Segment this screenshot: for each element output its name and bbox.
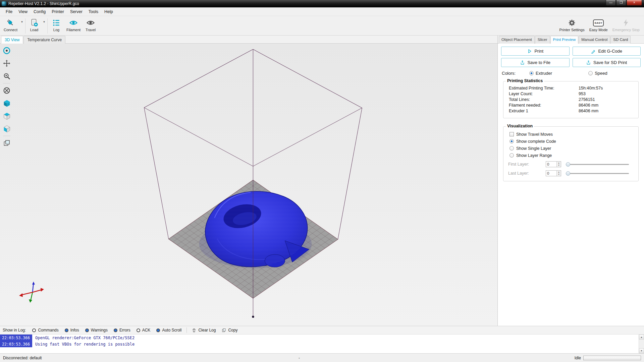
move-view-icon[interactable] xyxy=(2,58,12,68)
menu-item-server[interactable]: Server xyxy=(67,8,86,15)
printer-settings-button[interactable]: Printer Settings xyxy=(557,17,587,35)
scroll-up-icon[interactable]: ▲ xyxy=(639,335,644,340)
edit-gcode-button[interactable]: Edit G-Code xyxy=(573,47,641,56)
maximize-button[interactable]: ❐ xyxy=(616,0,626,6)
toggle-warnings[interactable]: Warnings xyxy=(82,327,111,334)
trash-icon xyxy=(192,328,196,333)
scroll-down-icon[interactable]: ▼ xyxy=(639,348,644,353)
show-travel-moves-option[interactable]: Show Travel Moves xyxy=(506,131,636,138)
last-layer-spinbox[interactable]: ▲▼ xyxy=(546,170,561,176)
easy-mode-button[interactable]: EASY Easy Mode xyxy=(587,17,610,35)
filament-toggle-button[interactable]: Filament xyxy=(64,17,83,35)
radio-icon[interactable] xyxy=(509,139,514,143)
load-button[interactable]: Load xyxy=(26,17,42,35)
close-button[interactable]: × xyxy=(627,0,642,6)
log-toggle-button[interactable]: Log xyxy=(49,17,64,35)
rotate-view-icon[interactable] xyxy=(2,46,12,56)
menu-item-view[interactable]: View xyxy=(15,8,31,15)
minimize-button[interactable]: — xyxy=(606,0,616,6)
visualization-group: Visualization Show Travel Moves Show com… xyxy=(503,126,639,181)
tab-print-preview[interactable]: Print Preview xyxy=(550,36,579,44)
menu-item-tools[interactable]: Tools xyxy=(86,8,101,15)
speed-color-option[interactable]: Speed xyxy=(588,71,607,76)
viewport-3d[interactable] xyxy=(0,44,497,326)
view-tab-bar: 3D View Temperature Curve xyxy=(0,36,497,44)
emergency-stop-button[interactable]: Emergency Stop xyxy=(610,17,642,35)
printing-statistics-group: Printing Statistics Estimated Printing T… xyxy=(503,81,639,118)
colors-row: Colors: Extruder Speed xyxy=(502,71,640,76)
log-timestamp: 22:03:53.366 xyxy=(0,341,32,347)
filament-eye-icon xyxy=(69,18,78,27)
move-viewpoint-icon[interactable] xyxy=(2,85,12,96)
visualization-title: Visualization xyxy=(506,124,534,128)
spinner-arrows-icon[interactable]: ▲▼ xyxy=(556,171,561,176)
save-for-sd-button[interactable]: Save for SD Print xyxy=(573,58,641,67)
save-to-file-button[interactable]: Save to File xyxy=(501,58,570,67)
radio-icon[interactable] xyxy=(509,153,514,158)
tab-slicer[interactable]: Slicer xyxy=(535,36,550,44)
first-layer-spinbox[interactable]: ▲▼ xyxy=(546,161,561,167)
toggle-commands[interactable]: Commands xyxy=(29,327,61,334)
scene-3d-view[interactable] xyxy=(0,44,497,326)
slider-thumb[interactable] xyxy=(566,162,570,167)
menu-item-file[interactable]: File xyxy=(3,8,15,15)
slider-track xyxy=(566,164,629,165)
tab-object-placement[interactable]: Object Placement xyxy=(499,36,535,44)
isometric-view-icon[interactable] xyxy=(2,98,12,108)
clear-log-button[interactable]: Clear Log xyxy=(189,327,219,334)
show-single-layer-option[interactable]: Show Single Layer xyxy=(506,145,636,152)
travel-eye-icon xyxy=(86,18,95,27)
menu-item-printer[interactable]: Printer xyxy=(49,8,67,15)
toggle-state-icon xyxy=(156,328,160,332)
connect-dropdown-arrow[interactable]: ▾ xyxy=(20,17,24,35)
connect-button[interactable]: Connect xyxy=(1,17,20,35)
application-window: Repetier-Host V2.1.2 - ShinUpperR.gco — … xyxy=(0,0,644,362)
slider-thumb[interactable] xyxy=(566,171,570,176)
zoom-icon[interactable] xyxy=(2,71,12,81)
last-layer-input[interactable] xyxy=(546,171,556,176)
front-view-icon[interactable] xyxy=(2,124,12,134)
parallel-projection-icon[interactable] xyxy=(2,138,12,148)
top-view-icon[interactable] xyxy=(2,111,12,121)
axis-indicator xyxy=(19,282,44,303)
export-icon xyxy=(586,60,591,65)
printing-statistics-title: Printing Statistics xyxy=(506,78,544,83)
tab-3d-view[interactable]: 3D View xyxy=(1,36,23,44)
toggle-errors[interactable]: Errors xyxy=(111,327,133,334)
radio-icon[interactable] xyxy=(588,71,593,75)
load-dropdown-arrow[interactable]: ▾ xyxy=(42,17,46,35)
log-toolbar-separator xyxy=(186,327,187,333)
tab-temperature-curve[interactable]: Temperature Curve xyxy=(23,36,65,44)
show-layer-range-option[interactable]: Show Layer Range xyxy=(506,152,636,159)
toggle-infos[interactable]: Infos xyxy=(62,327,82,334)
travel-toggle-button[interactable]: Travel xyxy=(83,17,98,35)
spinner-arrows-icon[interactable]: ▲▼ xyxy=(556,162,561,167)
radio-icon[interactable] xyxy=(529,71,534,75)
strip-separator xyxy=(3,136,10,136)
toggle-auto-scroll[interactable]: Auto Scroll xyxy=(153,327,184,334)
print-button[interactable]: Print xyxy=(501,47,570,56)
first-layer-slider[interactable] xyxy=(566,162,629,167)
radio-icon[interactable] xyxy=(509,146,514,150)
log-scrollbar[interactable]: ▲ ▼ xyxy=(639,335,644,353)
toolbar-separator xyxy=(47,18,48,34)
export-icon xyxy=(520,60,525,65)
load-icon xyxy=(30,18,39,27)
slider-track xyxy=(566,173,629,174)
last-layer-slider[interactable] xyxy=(566,171,629,176)
first-layer-input[interactable] xyxy=(546,162,556,167)
extruder-color-option[interactable]: Extruder xyxy=(529,71,552,76)
menu-item-help[interactable]: Help xyxy=(101,8,116,15)
titlebar[interactable]: Repetier-Host V2.1.2 - ShinUpperR.gco — … xyxy=(0,0,644,7)
tab-manual-control[interactable]: Manual Control xyxy=(579,36,610,44)
menubar: File View Config Printer Server Tools He… xyxy=(0,7,644,16)
toggle-ack[interactable]: ACK xyxy=(133,327,154,334)
tab-sd-card[interactable]: SD Card xyxy=(610,36,631,44)
checkbox-icon[interactable] xyxy=(509,132,514,136)
play-icon xyxy=(527,49,532,54)
menu-item-config[interactable]: Config xyxy=(31,8,49,15)
right-tab-bar: Object Placement Slicer Print Preview Ma… xyxy=(498,36,644,44)
toggle-state-icon xyxy=(65,328,68,332)
copy-log-button[interactable]: Copy xyxy=(219,327,240,334)
show-complete-code-option[interactable]: Show complete Code xyxy=(506,138,636,145)
